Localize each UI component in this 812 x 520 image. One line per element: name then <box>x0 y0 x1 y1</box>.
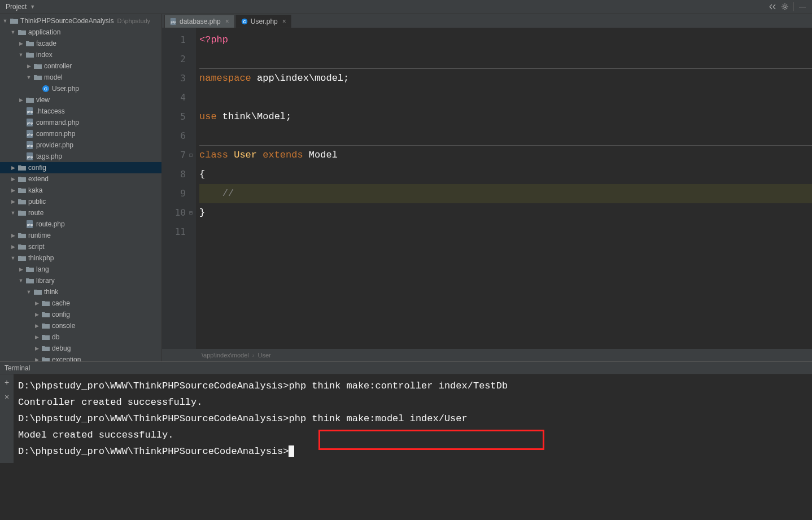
close-tab-icon[interactable]: × <box>282 18 286 25</box>
expand-arrow-icon[interactable] <box>18 97 24 103</box>
expand-arrow-icon[interactable] <box>34 346 40 351</box>
tree-item-console[interactable]: console <box>0 320 161 331</box>
tree-item-config[interactable]: config <box>0 309 161 320</box>
code-line[interactable]: // <box>199 184 812 203</box>
expand-arrow-icon[interactable] <box>10 199 16 204</box>
tree-item-provider-php[interactable]: phpprovider.php <box>0 139 161 151</box>
terminal-output[interactable]: D:\phpstudy_pro\WWW\ThinkPHPSourceCodeAn… <box>14 374 812 463</box>
code-line[interactable]: class User extends Model <box>199 146 812 165</box>
fold-mark[interactable] <box>187 184 195 203</box>
tree-item-command-php[interactable]: phpcommand.php <box>0 117 161 128</box>
expand-arrow-icon[interactable] <box>34 323 40 329</box>
tree-item-controller[interactable]: controller <box>0 60 161 72</box>
tab-user-php[interactable]: CUser.php× <box>235 15 291 28</box>
line-number[interactable]: 10 <box>162 203 186 222</box>
tree-item-runtime[interactable]: runtime <box>0 230 161 241</box>
tree-item-user-php[interactable]: CUser.php <box>0 83 161 94</box>
close-terminal-button[interactable]: × <box>5 392 9 401</box>
expand-arrow-icon[interactable] <box>18 266 24 272</box>
tab-database-php[interactable]: phpdatabase.php× <box>164 15 234 28</box>
line-number[interactable]: 6 <box>162 126 186 146</box>
fold-mark[interactable]: ⊟ <box>187 146 195 165</box>
tree-item-application[interactable]: application <box>0 27 161 38</box>
expand-arrow-icon[interactable] <box>34 300 40 306</box>
line-number[interactable]: 4 <box>162 88 186 107</box>
tree-item-debug[interactable]: debug <box>0 343 161 354</box>
project-tree[interactable]: ThinkPHPSourceCodeAnalysisD:\phpstudyapp… <box>0 14 162 361</box>
code-line[interactable] <box>199 50 812 69</box>
collapse-button[interactable] <box>766 1 779 13</box>
code-line[interactable]: <?php <box>199 30 812 50</box>
hide-button[interactable]: — <box>796 1 809 13</box>
tree-item-model[interactable]: model <box>0 72 161 83</box>
expand-arrow-icon[interactable] <box>10 187 16 193</box>
tree-item-thinkphpsourcecodeanalysis[interactable]: ThinkPHPSourceCodeAnalysisD:\phpstudy <box>0 15 161 27</box>
terminal-header[interactable]: Terminal <box>0 362 812 374</box>
expand-arrow-icon[interactable] <box>10 255 16 261</box>
fold-mark[interactable] <box>187 165 195 184</box>
code-line[interactable]: } <box>199 203 812 222</box>
tree-item-lang[interactable]: lang <box>0 264 161 275</box>
fold-mark[interactable] <box>187 107 195 126</box>
tree-item-route[interactable]: route <box>0 207 161 219</box>
tree-item-index[interactable]: index <box>0 49 161 60</box>
line-number[interactable]: 3 <box>162 69 186 88</box>
settings-button[interactable] <box>779 1 791 13</box>
add-terminal-button[interactable]: + <box>5 378 9 387</box>
tree-item-kaka[interactable]: kaka <box>0 185 161 196</box>
tree-item-route-php[interactable]: phproute.php <box>0 219 161 230</box>
code-line[interactable]: { <box>199 165 812 184</box>
tree-item-script[interactable]: script <box>0 241 161 252</box>
code-line[interactable] <box>199 222 812 242</box>
expand-arrow-icon[interactable] <box>10 210 16 216</box>
expand-arrow-icon[interactable] <box>10 244 16 250</box>
line-number[interactable]: 1 <box>162 30 186 50</box>
tree-item-thinkphp[interactable]: thinkphp <box>0 252 161 264</box>
fold-mark[interactable]: ⊟ <box>187 203 195 222</box>
fold-mark[interactable] <box>187 30 195 50</box>
expand-arrow-icon[interactable] <box>34 334 40 340</box>
expand-arrow-icon[interactable] <box>26 63 32 69</box>
line-number[interactable]: 5 <box>162 107 186 126</box>
fold-mark[interactable] <box>187 88 195 107</box>
expand-arrow-icon[interactable] <box>34 312 40 317</box>
expand-arrow-icon[interactable] <box>10 29 16 35</box>
tree-item-config[interactable]: config <box>0 162 161 173</box>
tree-item-cache[interactable]: cache <box>0 298 161 309</box>
expand-arrow-icon[interactable] <box>2 18 8 24</box>
fold-mark[interactable] <box>187 222 195 242</box>
expand-arrow-icon[interactable] <box>18 278 24 283</box>
breadcrumb[interactable]: \app\index\model › User <box>162 349 812 361</box>
line-number[interactable]: 2 <box>162 50 186 69</box>
expand-arrow-icon[interactable] <box>10 176 16 182</box>
tree-item-extend[interactable]: extend <box>0 173 161 185</box>
fold-mark[interactable] <box>187 69 195 88</box>
code-line[interactable] <box>199 88 812 107</box>
tree-item-common-php[interactable]: phpcommon.php <box>0 128 161 139</box>
line-number[interactable]: 7 <box>162 146 186 165</box>
tree-item-library[interactable]: library <box>0 275 161 286</box>
code-line[interactable] <box>199 126 812 146</box>
code-line[interactable]: namespace app\index\model; <box>199 69 812 88</box>
code-line[interactable]: use think\Model; <box>199 107 812 126</box>
expand-arrow-icon[interactable] <box>10 233 16 238</box>
line-number[interactable]: 9 <box>162 184 186 203</box>
project-dropdown[interactable]: Project ▼ <box>3 3 35 11</box>
expand-arrow-icon[interactable] <box>26 289 32 295</box>
tree-item-db[interactable]: db <box>0 331 161 343</box>
tree-item-facade[interactable]: facade <box>0 38 161 49</box>
tree-item-think[interactable]: think <box>0 286 161 298</box>
expand-arrow-icon[interactable] <box>18 41 24 46</box>
expand-arrow-icon[interactable] <box>34 357 40 361</box>
fold-mark[interactable] <box>187 126 195 146</box>
tree-item--htaccess[interactable]: php.htaccess <box>0 106 161 117</box>
tree-item-exception[interactable]: exception <box>0 354 161 361</box>
tree-item-view[interactable]: view <box>0 94 161 106</box>
line-number[interactable]: 8 <box>162 165 186 184</box>
tree-item-tags-php[interactable]: phptags.php <box>0 151 161 162</box>
fold-mark[interactable] <box>187 50 195 69</box>
line-number[interactable]: 11 <box>162 222 186 242</box>
expand-arrow-icon[interactable] <box>18 52 24 58</box>
close-tab-icon[interactable]: × <box>225 18 229 25</box>
code-editor[interactable]: 1234567891011⊟⊟ <?php namespace app\inde… <box>162 28 812 349</box>
